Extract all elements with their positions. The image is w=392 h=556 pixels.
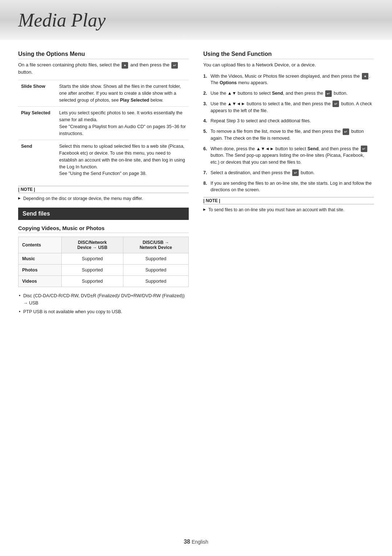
table-header-row: Contents DISC/NetworkDevice → USB DISC/U… bbox=[19, 237, 189, 253]
note-section: | NOTE | Depending on the disc or storag… bbox=[18, 186, 189, 202]
copy-table: Contents DISC/NetworkDevice → USB DISC/U… bbox=[18, 237, 189, 287]
list-item: 8. If you are sending the files to an on… bbox=[203, 180, 374, 194]
page: Media Play Using the Options Menu On a f… bbox=[0, 0, 392, 556]
left-column: Using the Options Menu On a file screen … bbox=[18, 51, 189, 317]
enter-icon bbox=[343, 128, 349, 135]
table-row: Videos Supported Supported bbox=[19, 276, 189, 287]
row-description: Select this menu to upload selected file… bbox=[56, 140, 189, 180]
table-row: Send Select this menu to upload selected… bbox=[18, 140, 189, 180]
cell-content: Music bbox=[19, 253, 62, 265]
list-item: 5. To remove a file from the list, move … bbox=[203, 128, 374, 142]
list-item: 1. With the Videos, Music or Photos file… bbox=[203, 73, 374, 87]
cell-supported: Supported bbox=[62, 253, 123, 265]
send-files-section: Send files Copying Videos, Music or Phot… bbox=[18, 208, 189, 315]
enter-icon bbox=[292, 169, 299, 176]
cell-supported: Supported bbox=[123, 276, 188, 287]
col-header-disc-network: DISC/USB →Network Device bbox=[123, 237, 188, 253]
step-number: 5. bbox=[203, 128, 207, 135]
cell-supported: Supported bbox=[123, 253, 188, 265]
table-row: Photos Supported Supported bbox=[19, 265, 189, 276]
page-title: Media Play bbox=[18, 9, 106, 31]
note-label: | NOTE | bbox=[18, 186, 189, 193]
cell-supported: Supported bbox=[62, 276, 123, 287]
page-number: 38 bbox=[184, 539, 190, 545]
list-item: 4. Repeat Step 3 to select and check add… bbox=[203, 118, 374, 124]
row-description: Lets you select specific photos to see. … bbox=[56, 107, 189, 140]
enter-icon bbox=[171, 62, 178, 69]
table-row: Play Selected Lets you select specific p… bbox=[18, 107, 189, 140]
right-column: Using the Send Function You can upload f… bbox=[203, 51, 374, 317]
col-header-contents: Contents bbox=[19, 237, 62, 253]
row-label: Send bbox=[18, 140, 56, 180]
intro-suffix2: button. bbox=[18, 69, 33, 75]
intro-suffix: and then press the bbox=[130, 62, 170, 68]
header-bar: Media Play bbox=[0, 0, 392, 40]
settings-icon bbox=[122, 62, 128, 69]
step-number: 3. bbox=[203, 101, 207, 107]
note-text: To send files to an on-line site you mus… bbox=[203, 207, 374, 213]
table-row: Slide Show Starts the slide show. Shows … bbox=[18, 80, 189, 107]
numbered-list: 1. With the Videos, Music or Photos file… bbox=[203, 73, 374, 194]
content-area: Using the Options Menu On a file screen … bbox=[0, 40, 392, 331]
cell-supported: Supported bbox=[123, 265, 188, 276]
list-item: 2. Use the ▲▼ buttons to select Send, an… bbox=[203, 90, 374, 97]
footer-language: English bbox=[192, 539, 208, 545]
row-label: Slide Show bbox=[18, 80, 56, 107]
footer: 38 English bbox=[0, 539, 392, 545]
options-menu-title: Using the Options Menu bbox=[18, 51, 189, 59]
table-row: Music Supported Supported bbox=[19, 253, 189, 265]
row-label: Play Selected bbox=[18, 107, 56, 140]
send-function-title: Using the Send Function bbox=[203, 51, 374, 59]
send-files-header: Send files bbox=[18, 208, 189, 220]
step-number: 4. bbox=[203, 118, 207, 124]
options-menu-intro: On a file screen containing photo files,… bbox=[18, 61, 189, 75]
step-number: 2. bbox=[203, 90, 207, 97]
note-text: Depending on the disc or storage device,… bbox=[18, 195, 189, 202]
step-number: 1. bbox=[203, 73, 207, 80]
list-item: 6. When done, press the ▲▼◄► button to s… bbox=[203, 146, 374, 166]
enter-icon bbox=[361, 146, 367, 152]
row-description: Starts the slide show. Shows all the fil… bbox=[56, 80, 189, 107]
list-item: PTP USB is not available when you copy t… bbox=[18, 308, 189, 315]
step-number: 7. bbox=[203, 169, 207, 176]
copy-videos-title: Copying Videos, Music or Photos bbox=[18, 225, 189, 233]
col-header-disc-usb: DISC/NetworkDevice → USB bbox=[62, 237, 123, 253]
intro-text: On a file screen containing photo files,… bbox=[18, 62, 120, 68]
enter-icon bbox=[332, 101, 339, 107]
enter-icon bbox=[325, 90, 332, 97]
settings-icon bbox=[362, 73, 368, 79]
list-item: 3. Use the ▲▼◄► buttons to select a file… bbox=[203, 101, 374, 114]
options-menu-section: Using the Options Menu On a file screen … bbox=[18, 51, 189, 202]
note-label: | NOTE | bbox=[203, 197, 374, 204]
list-item: 7. Select a destination, and then press … bbox=[203, 169, 374, 176]
cell-supported: Supported bbox=[62, 265, 123, 276]
right-note-section: | NOTE | To send files to an on-line sit… bbox=[203, 197, 374, 213]
options-table: Slide Show Starts the slide show. Shows … bbox=[18, 80, 189, 180]
bullet-list: Disc (CD-DA/CD-R/CD-RW, DVD±R (Finalized… bbox=[18, 292, 189, 315]
send-function-intro: You can upload files to a Network Device… bbox=[203, 61, 374, 69]
step-number: 6. bbox=[203, 146, 207, 152]
send-function-section: Using the Send Function You can upload f… bbox=[203, 51, 374, 213]
step-number: 8. bbox=[203, 180, 207, 187]
cell-content: Photos bbox=[19, 265, 62, 276]
list-item: Disc (CD-DA/CD-R/CD-RW, DVD±R (Finalized… bbox=[18, 292, 189, 307]
cell-content: Videos bbox=[19, 276, 62, 287]
